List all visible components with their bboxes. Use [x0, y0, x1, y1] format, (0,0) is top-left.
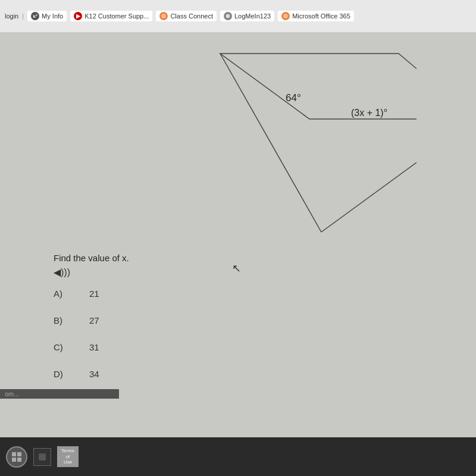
choice-a-value: 21	[89, 289, 99, 299]
svg-rect-2	[12, 458, 16, 462]
question-area: Find the value of x. ◀)))	[54, 253, 470, 290]
choice-d-value: 34	[89, 369, 99, 379]
choice-b[interactable]: B) 27	[54, 315, 232, 325]
angle-expr-label: (3x + 1)°	[351, 108, 387, 118]
tab-classconnect[interactable]: ⊙ Class Connect	[156, 11, 217, 21]
tab-myinfo[interactable]: k² My Info	[27, 11, 67, 21]
svg-rect-0	[12, 452, 16, 456]
choice-b-label: B)	[54, 315, 71, 325]
diagonal-line-1	[220, 54, 321, 232]
diagonal-line-2	[321, 119, 416, 232]
tab-office365[interactable]: ⊙ Microsoft Office 365	[278, 11, 354, 21]
windows-icon	[11, 452, 22, 462]
angle-64-label: 64°	[286, 92, 301, 104]
question-text: Find the value of x.	[54, 253, 470, 263]
choice-a-label: A)	[54, 289, 71, 299]
bookmark-icon: ▶	[74, 12, 82, 20]
tab-logmein[interactable]: ⊕ LogMeIn123	[220, 11, 274, 21]
choice-c-value: 31	[89, 342, 99, 352]
taskbar-app-button[interactable]	[33, 448, 51, 466]
geometry-diagram: 64° (3x + 1)°	[89, 45, 416, 253]
audio-button[interactable]: ◀)))	[54, 267, 70, 278]
taskbar-terms-button[interactable]: TermsofUse	[57, 446, 79, 467]
taskbar: TermsofUse	[0, 437, 476, 476]
browser-bar: login | k² My Info ▶ K12 Customer Supp..…	[0, 0, 476, 33]
svg-rect-4	[39, 453, 46, 461]
main-content: 64° (3x + 1)° Find the value of x. ◀))) …	[0, 33, 476, 437]
app-icon	[37, 452, 47, 462]
tab-login[interactable]: login	[5, 12, 18, 20]
logmein-icon: ⊕	[224, 12, 232, 20]
taskbar-start-button[interactable]	[6, 446, 27, 468]
choice-d[interactable]: D) 34	[54, 369, 232, 379]
choice-a[interactable]: A) 21	[54, 289, 232, 299]
tab-k12support[interactable]: ▶ K12 Customer Supp...	[70, 11, 152, 21]
status-bar: om...	[0, 389, 119, 399]
choice-c[interactable]: C) 31	[54, 342, 232, 352]
classconnect-icon: ⊙	[159, 12, 168, 20]
svg-rect-1	[17, 452, 21, 456]
diagram-svg: 64° (3x + 1)°	[89, 45, 416, 253]
svg-rect-3	[17, 458, 21, 462]
answer-choices: A) 21 B) 27 C) 31 D) 34	[54, 289, 232, 396]
choice-c-label: C)	[54, 342, 71, 352]
classconnect-label: Class Connect	[170, 12, 213, 20]
choice-d-label: D)	[54, 369, 71, 379]
choice-b-value: 27	[89, 315, 99, 325]
k2-icon: k²	[31, 12, 39, 20]
office365-icon: ⊙	[281, 12, 290, 20]
status-text: om...	[5, 390, 19, 397]
